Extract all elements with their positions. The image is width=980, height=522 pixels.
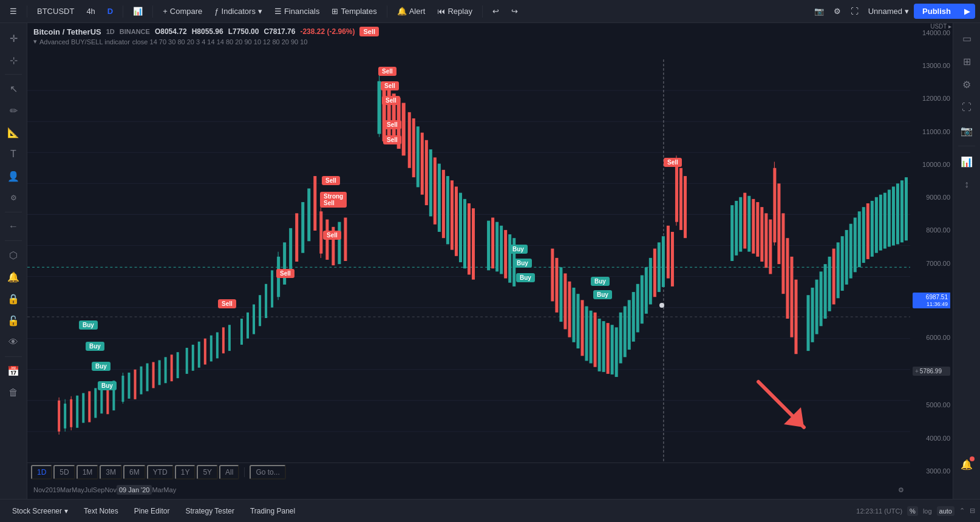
- svg-rect-74: [408, 112, 411, 168]
- bar-type-button[interactable]: 📊: [128, 4, 148, 18]
- timeframe-d-button[interactable]: D: [103, 4, 118, 18]
- notifications-badge[interactable]: 🔔: [956, 454, 977, 475]
- svg-rect-155: [841, 236, 844, 291]
- svg-rect-78: [425, 140, 428, 205]
- tf-5y[interactable]: 5Y: [197, 465, 218, 480]
- symbol-button[interactable]: BTCUSDT: [32, 4, 79, 18]
- alert-button[interactable]: 🔔 Alert: [392, 4, 430, 18]
- log-label[interactable]: log: [923, 507, 932, 515]
- svg-rect-166: [888, 190, 891, 247]
- financials-button[interactable]: ☰ Financials: [270, 4, 325, 18]
- pattern-tool[interactable]: 👤: [3, 166, 24, 186]
- svg-rect-115: [628, 300, 631, 350]
- back-tool[interactable]: ←: [3, 216, 24, 237]
- settings-time-icon[interactable]: ⚙: [898, 486, 904, 494]
- tf-1d[interactable]: 1D: [31, 465, 52, 480]
- settings-button[interactable]: ⚙: [829, 4, 846, 18]
- svg-rect-85: [455, 186, 458, 256]
- price-high: H8055.96: [192, 27, 223, 36]
- draw-tool[interactable]: ✏: [3, 100, 24, 121]
- redo-button[interactable]: ↪: [506, 4, 523, 18]
- alert-tool[interactable]: 🔔: [3, 266, 24, 287]
- tf-all[interactable]: All: [219, 465, 239, 480]
- svg-rect-117: [636, 284, 639, 333]
- svg-rect-51: [265, 284, 267, 318]
- undo-button[interactable]: ↩: [488, 4, 504, 18]
- tf-5d[interactable]: 5D: [53, 465, 75, 480]
- svg-rect-121: [653, 249, 656, 297]
- collapse-icon[interactable]: ⌃: [959, 507, 965, 515]
- svg-rect-122: [658, 242, 661, 292]
- fullscreen-button[interactable]: ⛶: [846, 4, 863, 18]
- time-mar20: Mar: [152, 486, 163, 493]
- indicators-button[interactable]: ƒ Indicators ▾: [209, 4, 267, 18]
- tf-1m[interactable]: 1M: [77, 465, 99, 480]
- trading-panel-button[interactable]: Trading Panel: [243, 504, 302, 518]
- calendar-tool[interactable]: 📅: [3, 361, 24, 381]
- tf-3m[interactable]: 3M: [100, 465, 122, 480]
- goto-button[interactable]: Go to...: [250, 465, 285, 480]
- timeframe-button[interactable]: 4h: [81, 4, 100, 18]
- expand-button[interactable]: ⛶: [956, 97, 977, 118]
- auto-label[interactable]: auto: [937, 506, 954, 516]
- crosshair-tool[interactable]: ✛: [3, 28, 24, 49]
- unnamed-caret: ▾: [905, 7, 909, 16]
- svg-rect-146: [794, 280, 797, 354]
- svg-rect-57: [295, 213, 298, 262]
- eye-tool[interactable]: 👁: [3, 332, 24, 353]
- cursor-tool[interactable]: ↖: [3, 78, 24, 99]
- svg-rect-125: [671, 232, 674, 286]
- replay-button[interactable]: ⏮ Replay: [432, 4, 477, 18]
- svg-rect-71: [392, 93, 396, 143]
- svg-rect-60: [313, 176, 316, 231]
- tf-1y[interactable]: 1Y: [175, 465, 196, 480]
- tf-6m[interactable]: 6M: [123, 465, 146, 480]
- svg-rect-39: [186, 348, 188, 374]
- fib-tool[interactable]: ⚙: [3, 188, 24, 208]
- svg-rect-139: [769, 220, 772, 274]
- notification-dot: [970, 456, 975, 461]
- stock-screener-button[interactable]: Stock Screener ▾: [5, 504, 75, 518]
- lock-tool[interactable]: 🔒: [3, 288, 24, 309]
- layout-icon[interactable]: ⊟: [970, 507, 975, 515]
- svg-rect-91: [491, 217, 494, 268]
- svg-rect-45: [222, 327, 225, 353]
- strategy-tester-button[interactable]: Strategy Tester: [178, 504, 241, 518]
- dot-tool[interactable]: ⊹: [3, 50, 24, 70]
- pine-editor-button[interactable]: Pine Editor: [127, 504, 177, 518]
- svg-rect-27: [112, 381, 115, 410]
- text-tool[interactable]: T: [3, 144, 24, 164]
- text-notes-button[interactable]: Text Notes: [77, 504, 126, 518]
- publish-button[interactable]: Publish: [914, 4, 959, 19]
- svg-rect-149: [815, 280, 818, 334]
- templates-button[interactable]: ⊞ Templates: [327, 4, 381, 18]
- unnamed-button[interactable]: Unnamed ▾: [863, 4, 914, 18]
- svg-rect-106: [590, 311, 593, 364]
- grid-button[interactable]: ⊞: [956, 51, 977, 72]
- settings-right-button[interactable]: ⚙: [956, 74, 977, 95]
- menu-button[interactable]: ☰: [5, 4, 22, 18]
- price-12000: 12000.00: [913, 95, 950, 102]
- trash-tool[interactable]: 🗑: [3, 382, 24, 403]
- svg-rect-105: [585, 307, 588, 361]
- percent-label[interactable]: %: [907, 506, 918, 516]
- svg-rect-81: [438, 164, 441, 232]
- magnet-tool[interactable]: ⬡: [3, 245, 24, 265]
- unlock-tool[interactable]: 🔓: [3, 310, 24, 331]
- measure-tool[interactable]: 📐: [3, 122, 24, 143]
- publish-play-button[interactable]: ▶: [959, 4, 975, 19]
- compare-button[interactable]: + Compare: [158, 4, 207, 18]
- financials-label: Financials: [284, 7, 320, 16]
- layout-button[interactable]: ▭: [956, 28, 977, 49]
- current-price-badge: 6987.51 11:36:49: [913, 293, 950, 308]
- top-toolbar: ☰ BTCUSDT 4h D 📊 + Compare ƒ Indicators …: [0, 0, 980, 23]
- scale-button[interactable]: ↕: [956, 174, 977, 195]
- alert-icon: 🔔: [397, 7, 407, 16]
- chart-type-button[interactable]: 📊: [956, 151, 977, 172]
- svg-rect-163: [875, 197, 878, 253]
- svg-rect-108: [598, 319, 601, 371]
- camera-right-button[interactable]: 📷: [956, 120, 977, 141]
- screenshot-button[interactable]: 📷: [809, 4, 829, 18]
- chart-canvas[interactable]: Buy Buy Buy Buy Sell Sell Sell StrongSel…: [27, 59, 910, 463]
- tf-ytd[interactable]: YTD: [147, 465, 174, 480]
